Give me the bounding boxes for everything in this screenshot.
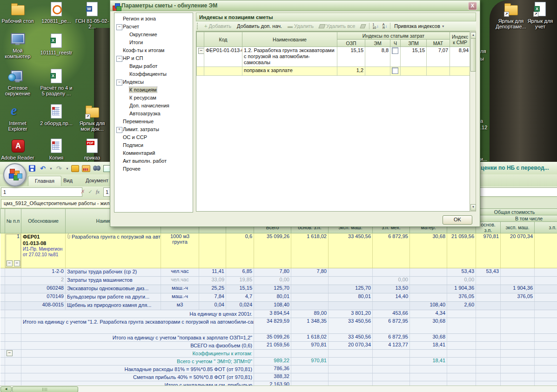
horizontal-scrollbar[interactable]: ◄ [0,385,557,392]
dlg-col-zpm[interactable]: ЗПМ [401,40,427,47]
folder-normative-icon[interactable] [82,164,90,173]
index-binding-button[interactable]: Привязка индексов▼ [392,23,446,29]
tree-expander-icon[interactable]: − [116,80,122,86]
tree-item-ос-и-сср[interactable]: ОС и ССР [114,133,193,141]
table-row[interactable]: 060248Экскаваторы одноковшовые диз...маш… [0,285,557,293]
table-row[interactable]: Накладные расходы 81% = 95%*0.85 ФОТ (от… [0,365,557,373]
add-extra-button[interactable]: Добавить доп. нач. [235,23,284,29]
table-row[interactable]: 070149Бульдозеры при работе на други...м… [0,293,557,302]
tree-expander-icon[interactable]: + [116,127,122,133]
collapse-icon[interactable]: − [7,260,13,266]
name-box[interactable]: 1 [1,187,82,197]
add-button[interactable]: +Добавить [202,23,233,29]
index-em[interactable]: 8,8 [365,47,390,67]
delete-button[interactable]: ▬Удалить [286,23,315,29]
desktop-icon[interactable]: XРасчёт по 4 и 5 разделу ... [39,69,74,96]
scroll-thumb[interactable] [12,386,78,392]
tree-item-подписи[interactable]: Подписи [114,141,193,149]
row-collapse-icon[interactable]: − [198,48,204,54]
dialog-vertical-scrollbar[interactable]: ▲ ▼ [470,31,476,212]
index-mat[interactable]: 7,07 [427,47,450,67]
index-row[interactable]: − ФЕР01-01-013-08 1.2. Разработка грунта… [197,47,470,67]
scroll-left-button[interactable]: ◄ [0,386,12,392]
desktop-icon[interactable]: 120811_ре... [39,2,74,24]
desktop-icon[interactable]: 2 оборуд.пр... [39,104,74,126]
cancel-formula-icon[interactable]: ✗ [79,187,87,196]
desktop-icon[interactable]: Сетевое окружение [0,69,35,96]
app-menu-orb[interactable] [3,163,27,186]
dlg-group-indexes[interactable]: Индексы по статьям затрат [337,32,450,40]
swap-icon[interactable] [359,24,367,29]
dlg-col-name[interactable]: Наименование [242,32,337,47]
undo-caret-icon[interactable]: ▼ [49,167,53,170]
dlg-col-ozp[interactable]: ОЗП [337,40,365,47]
tree-item-расчет[interactable]: −Расчет [114,23,193,31]
table-row[interactable]: Сметная прибыль 40% = 50%*0.8 ФОТ (от 97… [0,373,557,381]
tree-item-нр-и-сп[interactable]: −НР и СП [114,54,193,62]
table-row[interactable]: 2Затраты труда машинистовчел.час33,0919,… [0,277,557,285]
desktop-icon[interactable]: ↗Ярлык для мои док... [74,104,110,132]
close-icon[interactable]: X [468,2,477,10]
dlg-col-mat[interactable]: МАТ [427,40,450,47]
table-row[interactable]: Итого с накладными и см. прибылью2 163,9… [0,381,557,386]
sort-numeric-icon[interactable]: 110↓ [371,23,379,29]
desktop-icon[interactable]: AAdobe Reader [0,139,35,160]
table-row[interactable]: На единицу в ценах 2001г.3 894,5489,003 … [0,310,557,318]
tree-item-коэф-ты-к-итогам[interactable]: Коэф-ты к итогам [114,47,193,54]
fx-icon[interactable]: fx [94,187,101,196]
tree-item-переменные[interactable]: Переменные [114,118,193,126]
tree-item-к-ресурсам[interactable]: К ресурсам [114,94,193,102]
table-row[interactable]: 408-0015Щебень из природного камня для..… [0,302,557,310]
tree-item-лимит-затраты[interactable]: +Лимит. затраты [114,126,193,133]
hours-checkbox[interactable] [392,67,398,74]
tree-item-акт-выполн-работ[interactable]: Акт выполн. работ [114,157,193,165]
search-binoculars-icon[interactable] [93,164,101,173]
confirm-formula-icon[interactable]: ✓ [87,187,94,196]
index-extra-row[interactable]: поправка к зарплате 1,2 [197,67,470,76]
col-header-tc-em[interactable]: эксп. маш. [501,222,535,233]
dlg-col-ch[interactable]: Ч [390,40,401,47]
table-row[interactable]: −Коэффициенты к итогам: [0,350,557,358]
dlg-col-em[interactable]: ЭМ [365,40,390,47]
sort-alpha-icon[interactable]: АЯ↓ [382,23,389,29]
collapse-icon[interactable]: − [14,260,20,266]
table-row[interactable]: 1−−ФЕР0101-013-08И1-Пр. Минрегионот 27.0… [0,233,557,268]
undo-button[interactable]: ↶ [39,164,47,173]
tree-item-прочее[interactable]: Прочее [114,165,193,173]
col-header-num[interactable]: № п.п [5,209,21,233]
index-ozp[interactable]: 15,15 [337,47,365,67]
col-header-tc-zpm[interactable]: з.п. мех. [535,222,557,233]
desktop-icon[interactable]: X101111_reestr [39,33,74,55]
scroll-down-icon[interactable]: ▼ [470,204,476,211]
group-header-including[interactable]: В том числе [476,215,557,222]
tree-item-регион-и-зона[interactable]: Регион и зона [114,15,193,23]
table-row[interactable]: 1-2-0Затраты труда рабочих (ср 2)чел.час… [0,268,557,277]
desktop-icon[interactable]: Рабочий стол [0,2,35,24]
toolbar-grip[interactable] [197,23,199,29]
dlg-col-code[interactable]: Код [204,32,242,47]
dlg-col-smr[interactable]: Индекс к СМР [450,32,470,47]
tree-item-к-позициям[interactable]: К позициям [114,86,193,94]
ok-button[interactable]: OK [443,215,472,225]
index-zpm[interactable]: 15,15 [401,47,427,67]
desktop-icon[interactable]: PDFприказ [74,139,110,160]
tree-item-автозагрузка[interactable]: Автозагрузка [114,110,193,118]
desktop-icon[interactable]: WГСН 81-05-02-2... [74,2,110,29]
desktop-icon[interactable]: Мой компьютер [0,32,35,59]
help-book-icon[interactable] [71,164,80,173]
scroll-up-icon[interactable]: ▲ [470,32,476,39]
table-row[interactable]: Итого на единицу с учетом "поправка к за… [0,334,557,342]
table-row[interactable]: ВСЕГО на физобъем (0,6)21 059,56970,8120… [0,342,557,350]
delete-all-button[interactable]: Удалить все [317,23,357,29]
tree-item-итоги[interactable]: Итоги [114,39,193,47]
desktop-icon[interactable]: Копия [39,139,74,160]
collapse-icon[interactable]: − [7,350,13,356]
hours-checkbox[interactable] [392,47,398,54]
tree-item-округление[interactable]: Округление [114,31,193,39]
index-smr[interactable]: 8,94 [450,47,470,67]
table-row[interactable]: Итого на единицу с учетом "1.2. Разработ… [0,318,557,334]
tree-expander-icon[interactable]: − [116,24,122,30]
desktop-icon[interactable]: X↗Ярлык для учет [523,2,557,29]
tree-expander-icon[interactable]: − [116,56,122,62]
table-row[interactable]: Всего с учетом " ЭМ=0; ЗПМ=0"989,22970,8… [0,358,557,365]
